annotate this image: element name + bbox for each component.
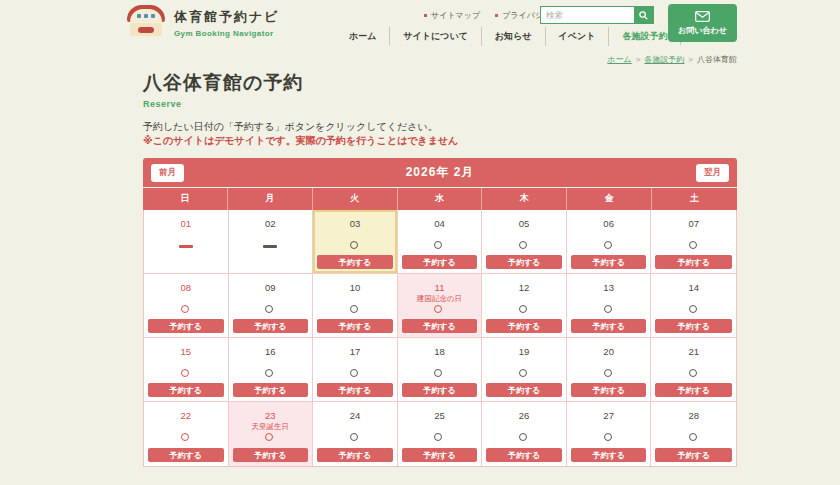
day-number: 20 [567, 346, 651, 357]
calendar-cell-09: 09予約する [229, 274, 314, 338]
calendar-cell-06: 06予約する [567, 210, 652, 274]
reserve-button-19[interactable]: 予約する [486, 383, 562, 397]
day-number: 28 [651, 410, 736, 421]
next-month-button[interactable]: 翌月 [696, 164, 729, 182]
day-number: 11 [398, 282, 482, 293]
reserve-button-15[interactable]: 予約する [148, 383, 224, 397]
reserve-button-26[interactable]: 予約する [486, 448, 562, 462]
calendar-cell-20: 20予約する [567, 338, 652, 402]
weekday-2: 火 [313, 188, 398, 210]
reserve-button-10[interactable]: 予約する [317, 319, 393, 333]
calendar-cell-22: 22予約する [144, 402, 229, 466]
calendar-cell-27: 27予約する [567, 402, 652, 466]
reserve-button-06[interactable]: 予約する [571, 255, 647, 269]
calendar-cell-25: 25予約する [398, 402, 483, 466]
available-circle-icon [350, 369, 358, 377]
reserve-button-24[interactable]: 予約する [317, 448, 393, 462]
reserve-button-23[interactable]: 予約する [233, 448, 309, 462]
breadcrumb-item-1[interactable]: 各施設予約 [644, 55, 684, 64]
page-subtitle-en: Reserve [143, 99, 182, 109]
available-circle-icon [689, 305, 697, 313]
bullet-icon [424, 14, 427, 17]
day-number: 22 [144, 410, 228, 421]
calendar-cell-26: 26予約する [482, 402, 567, 466]
instruction-text: 予約したい日付の「予約する」ボタンをクリックしてください。 [143, 120, 438, 134]
calendar-cell-28: 28予約する [651, 402, 736, 466]
weekday-6: 土 [652, 188, 737, 210]
available-circle-icon [265, 305, 273, 313]
available-circle-icon [350, 241, 358, 249]
available-circle-icon [604, 241, 612, 249]
prev-month-button[interactable]: 前月 [151, 164, 184, 182]
nav-item-2[interactable]: お知らせ [481, 27, 545, 46]
brand[interactable]: 体育館予約ナビ Gym Booking Navigator [127, 5, 280, 40]
day-number: 17 [313, 346, 397, 357]
weekday-3: 水 [398, 188, 483, 210]
reserve-button-12[interactable]: 予約する [486, 319, 562, 333]
day-number: 24 [313, 410, 397, 421]
day-number: 14 [651, 282, 736, 293]
reserve-button-09[interactable]: 予約する [233, 319, 309, 333]
nav-item-0[interactable]: ホーム [336, 27, 389, 46]
day-number: 23 [229, 410, 313, 421]
day-number: 06 [567, 218, 651, 229]
reserve-button-05[interactable]: 予約する [486, 255, 562, 269]
available-circle-icon [519, 305, 527, 313]
weekday-5: 金 [567, 188, 652, 210]
available-circle-icon [265, 433, 273, 441]
calendar-header: 2026年 2月 前月 翌月 [143, 158, 737, 187]
reserve-button-21[interactable]: 予約する [655, 383, 732, 397]
reserve-button-04[interactable]: 予約する [402, 255, 478, 269]
reserve-button-03[interactable]: 予約する [317, 255, 393, 269]
available-circle-icon [181, 433, 189, 441]
calendar-cell-04: 04予約する [398, 210, 483, 274]
contact-button[interactable]: お問い合わせ [668, 4, 737, 42]
day-number: 02 [229, 218, 313, 229]
day-number: 26 [482, 410, 566, 421]
reserve-button-14[interactable]: 予約する [655, 319, 732, 333]
breadcrumb-item-0[interactable]: ホーム [607, 55, 631, 64]
available-circle-icon [604, 305, 612, 313]
calendar-cell-13: 13予約する [567, 274, 652, 338]
available-circle-icon [689, 369, 697, 377]
search-input[interactable] [541, 7, 634, 23]
calendar-cell-14: 14予約する [651, 274, 736, 338]
day-number: 04 [398, 218, 482, 229]
nav-item-1[interactable]: サイトについて [389, 27, 480, 46]
day-number: 07 [651, 218, 736, 229]
reserve-button-27[interactable]: 予約する [571, 448, 647, 462]
calendar-cell-21: 21予約する [651, 338, 736, 402]
nav-item-3[interactable]: イベント [545, 27, 609, 46]
reserve-button-07[interactable]: 予約する [655, 255, 732, 269]
calendar-cell-19: 19予約する [482, 338, 567, 402]
available-circle-icon [350, 305, 358, 313]
search-button[interactable] [634, 7, 653, 23]
available-circle-icon [519, 241, 527, 249]
calendar-cell-24: 24予約する [313, 402, 398, 466]
site-subtitle: Gym Booking Navigator [174, 29, 280, 38]
available-circle-icon [434, 241, 442, 249]
reserve-button-08[interactable]: 予約する [148, 319, 224, 333]
reserve-button-18[interactable]: 予約する [402, 383, 478, 397]
reserve-button-25[interactable]: 予約する [402, 448, 478, 462]
top-link-label: サイトマップ [431, 10, 480, 21]
calendar-cell-12: 12予約する [482, 274, 567, 338]
reserve-button-17[interactable]: 予約する [317, 383, 393, 397]
day-number: 01 [144, 218, 228, 229]
available-circle-icon [604, 369, 612, 377]
breadcrumb: ホーム>各施設予約>八谷体育館 [143, 54, 737, 65]
reserve-button-20[interactable]: 予約する [571, 383, 647, 397]
reserve-button-28[interactable]: 予約する [655, 448, 732, 462]
day-number: 16 [229, 346, 313, 357]
reserve-button-13[interactable]: 予約する [571, 319, 647, 333]
available-circle-icon [265, 369, 273, 377]
calendar-cell-03: 03予約する [313, 210, 398, 274]
available-circle-icon [181, 305, 189, 313]
calendar-cell-23: 23天皇誕生日予約する [229, 402, 314, 466]
calendar-cell-05: 05予約する [482, 210, 567, 274]
reserve-button-22[interactable]: 予約する [148, 448, 224, 462]
reserve-button-11[interactable]: 予約する [402, 319, 478, 333]
top-link-0[interactable]: サイトマップ [424, 10, 480, 21]
reserve-button-16[interactable]: 予約する [233, 383, 309, 397]
calendar-cell-18: 18予約する [398, 338, 483, 402]
